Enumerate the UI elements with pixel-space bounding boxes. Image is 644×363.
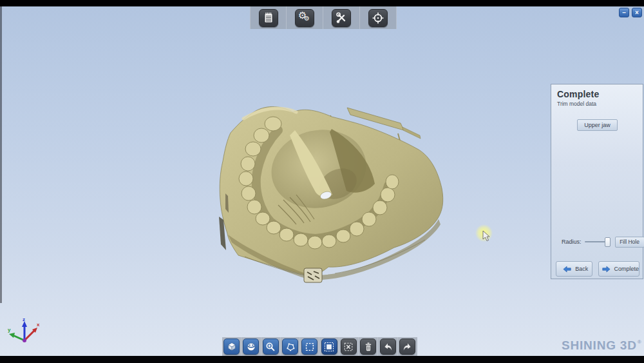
- undo-button[interactable]: [380, 338, 396, 355]
- shining3d-logo: SHINING 3D®: [562, 338, 641, 353]
- model-marker-tag: [304, 268, 322, 282]
- bottom-toolbar: [222, 337, 417, 356]
- window-controls: – ×: [619, 8, 642, 17]
- minimize-button[interactable]: –: [619, 8, 629, 17]
- rect-select-button[interactable]: [301, 338, 317, 355]
- axis-indicator: z x y: [6, 315, 43, 351]
- registered-mark: ®: [638, 339, 642, 345]
- order-button[interactable]: [259, 9, 278, 27]
- complete-arrow-icon: [601, 266, 611, 273]
- top-toolbar-cell: [360, 6, 397, 29]
- back-arrow-icon: [563, 266, 572, 273]
- dental-model-upper-jaw[interactable]: [206, 97, 451, 290]
- complete-button-label: Complete: [614, 266, 639, 272]
- close-button[interactable]: ×: [632, 8, 642, 17]
- tools-icon: [334, 11, 348, 25]
- left-edge-shade: [0, 6, 2, 303]
- orbit-sphere-icon: [245, 340, 258, 353]
- zoom-button[interactable]: [263, 338, 279, 355]
- undo-icon: [381, 340, 394, 353]
- select-visible-button[interactable]: [321, 338, 337, 355]
- axis-y-label: y: [8, 327, 11, 333]
- axis-x-label: x: [37, 322, 40, 328]
- lasso-select-button[interactable]: [282, 338, 298, 355]
- fill-hole-button-label: Fill Hole: [620, 239, 639, 245]
- top-toolbar: ⚙⚙: [250, 6, 397, 29]
- mouse-cursor-icon: [482, 230, 491, 242]
- deselect-button[interactable]: [341, 338, 357, 355]
- top-toolbar-cell: [323, 6, 360, 29]
- view-cube-button[interactable]: [223, 338, 240, 355]
- logo-text: SHINING 3D: [562, 338, 637, 352]
- top-toolbar-cell: [250, 6, 287, 29]
- redo-icon: [401, 340, 414, 353]
- back-button[interactable]: Back: [556, 261, 592, 277]
- delete-trash-icon: [362, 340, 375, 353]
- radius-row: Radius: Fill Hole: [562, 236, 644, 248]
- settings-button[interactable]: ⚙⚙: [295, 9, 314, 27]
- axis-z-label: z: [23, 317, 25, 322]
- back-button-label: Back: [575, 266, 588, 272]
- scan-artifact-sliver: [402, 127, 421, 139]
- fill-hole-button[interactable]: Fill Hole: [615, 237, 644, 248]
- 3d-viewport[interactable]: ⚙⚙ –: [0, 6, 644, 356]
- panel-title: Complete: [557, 89, 643, 99]
- letterbox-top: [0, 0, 644, 6]
- calibration-target-icon: [371, 11, 385, 25]
- order-icon: [261, 11, 276, 25]
- settings-gears-icon: ⚙⚙: [298, 11, 312, 25]
- calibration-button[interactable]: [368, 9, 388, 27]
- top-toolbar-cell: ⚙⚙: [287, 6, 323, 29]
- orbit-button[interactable]: [243, 338, 259, 355]
- complete-button[interactable]: Complete: [598, 261, 639, 277]
- letterbox-bottom: [0, 356, 644, 363]
- select-visible-icon: [323, 340, 336, 353]
- rect-select-icon: [303, 340, 316, 353]
- redo-button[interactable]: [399, 338, 415, 355]
- delete-button[interactable]: [360, 338, 376, 355]
- radius-slider-handle[interactable]: [605, 237, 611, 247]
- complete-panel: Complete Trim model data Upper jaw Radiu…: [551, 84, 643, 279]
- tools-button[interactable]: [332, 9, 351, 27]
- upper-jaw-button[interactable]: Upper jaw: [577, 119, 618, 131]
- view-cube-icon: [225, 340, 238, 353]
- lasso-select-icon: [284, 340, 297, 353]
- zoom-icon: [264, 340, 277, 353]
- upper-jaw-button-label: Upper jaw: [584, 122, 611, 128]
- panel-nav-row: Back Complete: [556, 261, 639, 277]
- deselect-icon: [342, 340, 355, 353]
- radius-label: Radius:: [562, 239, 582, 245]
- panel-subtitle: Trim model data: [557, 101, 643, 107]
